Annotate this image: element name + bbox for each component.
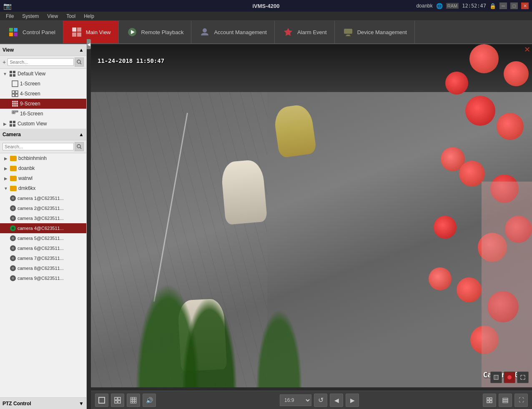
view-search-button[interactable] [75, 57, 84, 67]
volume-button[interactable]: 🔊 [143, 394, 156, 407]
menubar: File System View Tool Help [0, 12, 532, 21]
maximize-button[interactable]: □ [510, 2, 518, 9]
sidebar-collapse-arrow[interactable]: ◀ [87, 39, 91, 49]
camera-item-4[interactable]: camera 4@C623511... [0, 223, 86, 233]
list-view-button[interactable] [499, 394, 512, 407]
custom-view-group[interactable]: ▶ Custom View [0, 119, 86, 129]
camera-label-9: camera 9@C623511... [18, 276, 64, 281]
folder-label-doanbk: doanbk [18, 165, 35, 171]
video-record-icon[interactable] [504, 372, 515, 383]
view-9screen-label: 9-Screen [20, 101, 40, 107]
camera-label-4: camera 4@C623511... [18, 226, 64, 231]
window-close-button[interactable]: ✕ [521, 2, 529, 9]
app-icon: 📷 [3, 2, 12, 10]
svg-rect-43 [13, 124, 15, 127]
svg-rect-25 [12, 101, 14, 102]
camera-label-7: camera 7@C623511... [18, 256, 64, 261]
svg-rect-34 [12, 111, 13, 112]
menu-help[interactable]: Help [80, 12, 98, 20]
camera-section-header[interactable]: Camera ▲ [0, 129, 86, 140]
menu-file[interactable]: File [2, 12, 18, 20]
tab-main-view[interactable]: Main View [63, 21, 119, 43]
video-settings-icon[interactable] [490, 372, 502, 383]
four-screen-button[interactable] [111, 394, 124, 407]
camera-item-3[interactable]: camera 3@C623511... [0, 213, 86, 223]
svg-rect-30 [16, 103, 18, 105]
svg-rect-22 [15, 91, 18, 93]
video-expand-icon[interactable] [517, 372, 529, 383]
camera-search-input[interactable] [3, 143, 74, 150]
folder-icon-doanbk [10, 166, 17, 171]
default-view-label: Default View [18, 71, 45, 77]
custom-view-icon [9, 120, 16, 127]
view-section-title: View [3, 47, 14, 53]
video-area: ✕ [91, 44, 532, 409]
folder-icon-dmk6kx [10, 186, 17, 191]
view-4screen[interactable]: 4-Screen [0, 89, 86, 99]
view-1screen[interactable]: 1-Screen [0, 79, 86, 89]
svg-rect-41 [13, 121, 15, 123]
tab-alarm-event[interactable]: Alarm Event [275, 21, 335, 43]
svg-rect-26 [14, 101, 16, 102]
custom-view-label: Custom View [18, 121, 47, 127]
ptz-bar[interactable]: PTZ Control ▼ [0, 397, 86, 409]
folder-icon-bchbinhminh [10, 156, 17, 161]
camera-item-6[interactable]: camera 6@C623511... [0, 243, 86, 253]
camera-label-1: camera 1@C623511... [18, 196, 64, 201]
svg-rect-46 [494, 375, 498, 379]
camera-status-icon-5 [10, 235, 16, 241]
svg-rect-3 [14, 32, 18, 36]
camera-item-1[interactable]: camera 1@C623511... [0, 193, 86, 203]
prev-button[interactable]: ◀ [330, 394, 343, 407]
svg-rect-63 [135, 402, 136, 403]
camera-search-button[interactable] [75, 142, 84, 151]
username: doanbk [416, 3, 432, 9]
tab-account-management[interactable]: Account Management [191, 21, 274, 43]
fullscreen-button[interactable]: ⛶ [514, 394, 528, 407]
view-search-input[interactable] [8, 58, 74, 66]
view-section-header[interactable]: View ▲ [0, 44, 86, 56]
camera-item-5[interactable]: camera 5@C623511... [0, 233, 86, 243]
camera-status-icon-3 [10, 215, 16, 221]
view-16screen[interactable]: 16-Screen [0, 109, 86, 119]
single-screen-button[interactable] [95, 394, 108, 407]
camera-item-7[interactable]: camera 7@C623511... [0, 253, 86, 263]
camera-label-6: camera 6@C623511... [18, 246, 64, 251]
4screen-icon [12, 90, 18, 97]
view-9screen[interactable]: 9-Screen [0, 99, 86, 109]
camera-item-9[interactable]: camera 9@C623511... [0, 273, 86, 283]
toolbar-left: 🔊 [95, 394, 156, 407]
grid-view-button[interactable] [483, 394, 496, 407]
folder-doanbk[interactable]: ▶ doanbk [0, 163, 86, 173]
aspect-ratio-select[interactable]: 16:9 4:3 1:1 Original [280, 394, 311, 406]
folder-expand-icon: ▶ [3, 176, 8, 181]
camera-item-2[interactable]: camera 2@C623511... [0, 203, 86, 213]
tab-device-management[interactable]: Device Management [335, 21, 415, 43]
minimize-button[interactable]: ─ [499, 2, 507, 9]
folder-dmk6kx[interactable]: ▼ dmk6kx [0, 183, 86, 193]
tab-remote-playback[interactable]: Remote Playback [119, 21, 192, 43]
tab-control-panel[interactable]: Control Panel [0, 21, 63, 43]
default-view-expand-icon: ▼ [3, 72, 8, 76]
folder-bchbinhminh[interactable]: ▶ bchbinhminh [0, 153, 86, 163]
motorcycle-2 [221, 159, 268, 225]
menu-system[interactable]: System [18, 12, 43, 20]
video-close-button[interactable]: ✕ [524, 45, 530, 54]
tab-remote-playback-label: Remote Playback [141, 29, 184, 35]
next-button[interactable]: ▶ [346, 394, 359, 407]
svg-rect-32 [14, 105, 16, 107]
add-view-icon[interactable]: + [3, 59, 6, 65]
folder-icon-watrwl [10, 176, 17, 181]
svg-line-15 [80, 63, 81, 64]
folder-watrwl[interactable]: ▶ watrwl [0, 173, 86, 183]
nine-screen-button[interactable] [127, 394, 140, 407]
view-collapse-icon: ▲ [79, 47, 84, 53]
camera-item-8[interactable]: camera 8@C623511... [0, 263, 86, 273]
default-view-group[interactable]: ▼ Default View [0, 69, 86, 79]
menu-view[interactable]: View [43, 12, 62, 20]
menu-tool[interactable]: Tool [62, 12, 80, 20]
svg-rect-18 [10, 74, 12, 77]
svg-rect-37 [17, 111, 18, 112]
globe-icon: 🌐 [436, 3, 443, 9]
refresh-button[interactable]: ↺ [314, 394, 327, 407]
